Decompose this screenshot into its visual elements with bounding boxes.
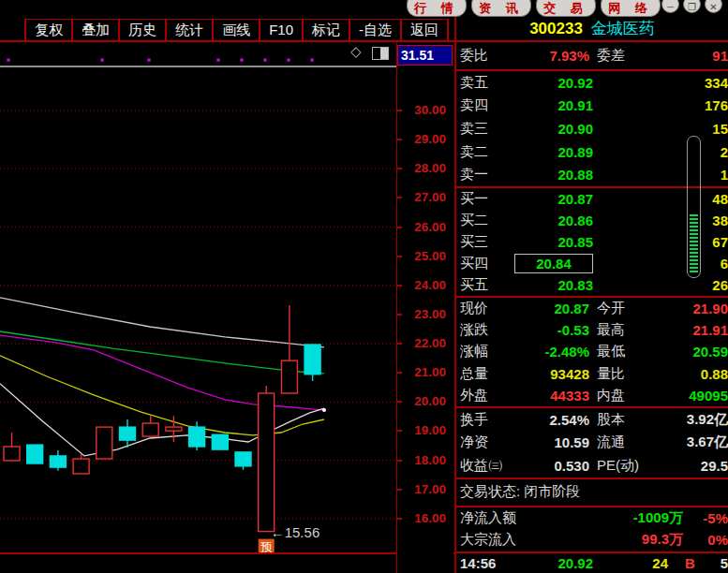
stat-value-1: 93428: [514, 366, 589, 382]
buy-volume: 6: [593, 256, 728, 272]
fundamental-label-1: 收益㈢: [460, 457, 514, 475]
axis-tick: [397, 430, 402, 432]
signal-dot: [263, 59, 266, 62]
axis-tick: [397, 227, 402, 228]
axis-label: 17.00: [397, 481, 446, 498]
stat-label-2: 最低: [597, 343, 657, 360]
candle-body: [166, 427, 182, 431]
maximize-button[interactable]: ❐: [683, 0, 701, 13]
stat-value-2: 49095: [657, 388, 728, 404]
axis-tick: [397, 168, 402, 169]
fundamentals-section: 换手2.54%股本3.92亿净资10.59流通3.67亿收益㈢0.530PE(动…: [456, 408, 728, 478]
axis-label: 30.00: [397, 102, 446, 119]
candle-body: [27, 445, 43, 463]
stock-code: 300233: [529, 20, 583, 38]
axis-tick: [397, 460, 402, 462]
sell-label: 卖四: [460, 96, 514, 114]
flow-row: 净流入额-1009万-5%: [456, 507, 728, 530]
sell-row[interactable]: 卖四20.91176: [456, 95, 728, 118]
fundamental-value-1: 2.54%: [514, 412, 589, 428]
stat-value-2: 21.90: [657, 301, 728, 316]
minimize-button[interactable]: ─: [661, 0, 679, 13]
fundamental-row: 换手2.54%股本3.92亿: [456, 408, 728, 432]
axis-label: 18.00: [397, 452, 446, 469]
signal-dot: [310, 59, 313, 62]
tick-price: 20.92: [520, 555, 593, 571]
signal-dot: [100, 59, 103, 62]
forecast-badge-text: 预: [260, 540, 272, 553]
sell-label: 卖三: [460, 120, 514, 138]
sell-price: 20.88: [514, 167, 593, 183]
titlebar-button-3[interactable]: 网 络: [601, 0, 661, 17]
candle-body: [120, 427, 136, 440]
fundamental-label-2: 股本: [597, 411, 657, 429]
sell-label: 卖五: [460, 74, 514, 92]
axis-tick: [397, 256, 402, 257]
fundamental-value-2: 3.92亿: [657, 411, 728, 429]
axis-tick: [397, 139, 402, 140]
candle-body: [142, 423, 158, 436]
axis-label: 20.00: [397, 393, 446, 410]
stat-row: 现价20.87今开21.90: [456, 298, 728, 319]
buy-label: 买二: [460, 212, 514, 229]
sell-price: 20.91: [514, 97, 593, 113]
sell-row[interactable]: 卖五20.92334: [456, 71, 728, 95]
axis-label: 28.00: [397, 160, 446, 177]
buy-price: 20.87: [514, 191, 593, 207]
axis-tick: [397, 110, 402, 111]
candle-body: [235, 452, 251, 466]
split-view-icon[interactable]: [372, 47, 389, 60]
fundamental-label-2: PE(动): [597, 457, 657, 475]
toolbar-button-返回[interactable]: 返回: [400, 19, 449, 40]
stock-name: 金城医药: [591, 18, 655, 39]
titlebar-button-0[interactable]: 行 情: [407, 0, 467, 17]
fundamental-row: 收益㈢0.530PE(动)29.5: [456, 454, 728, 478]
weicha-value: 91: [657, 48, 728, 64]
fundamental-value-1: 10.59: [514, 434, 589, 450]
signal-dot: [287, 59, 290, 62]
flow-value: -1009万: [561, 509, 683, 527]
ma-line-white-long: [0, 298, 324, 347]
candle-body: [212, 434, 228, 449]
titlebar-button-1[interactable]: 资 讯: [471, 0, 531, 17]
fundamental-label-1: 净资: [460, 433, 514, 451]
sell-label: 卖二: [460, 143, 514, 161]
sell-volume: 2: [593, 144, 728, 160]
sell-volume: 1: [593, 167, 728, 183]
axis-tick: [397, 314, 402, 316]
buy-volume: 67: [593, 234, 728, 250]
quote-panel: 300233 金城医药 委比 7.93% 委差 91 卖五20.92334卖四2…: [454, 17, 728, 573]
buy-label: 买四: [460, 255, 514, 272]
volume-gauge-fill: [690, 214, 698, 274]
buy-price: 20.86: [514, 213, 593, 228]
stat-label-2: 量比: [597, 365, 657, 383]
flow-percent: 0%: [683, 532, 728, 548]
candle-body: [73, 459, 89, 474]
stat-row: 外盘44333内盘49095: [456, 385, 728, 406]
price-axis: 31.51 30.0029.0028.0027.0026.0025.0024.0…: [396, 42, 453, 573]
candle-body: [189, 427, 205, 447]
fundamental-row: 净资10.59流通3.67亿: [456, 432, 728, 455]
stat-label-1: 涨幅: [460, 343, 514, 360]
candlestick-chart[interactable]: ←15.56预: [0, 0, 396, 573]
titlebar-button-2[interactable]: 交 易: [536, 0, 596, 17]
buy-row[interactable]: 买五20.8326: [456, 274, 728, 296]
stats-section: 现价20.87今开21.90涨跌-0.53最高21.91涨幅-2.48%最低20…: [456, 298, 728, 406]
sell-price: 20.89: [514, 144, 593, 160]
axis-label: 21.00: [397, 364, 446, 381]
stat-label-1: 现价: [460, 300, 514, 317]
close-button[interactable]: ✕: [705, 0, 722, 13]
axis-label: 26.00: [397, 219, 446, 236]
diamond-icon[interactable]: ◇: [350, 44, 362, 58]
sell-row[interactable]: 卖三20.9015: [456, 117, 728, 140]
weibi-row: 委比 7.93% 委差 91: [456, 42, 728, 69]
stat-value-2: 20.59: [657, 344, 728, 360]
fundamental-value-2: 29.5: [657, 458, 728, 474]
stat-value-1: -2.48%: [514, 344, 589, 360]
axis-tick: [397, 401, 402, 403]
axis-tick: [397, 285, 402, 286]
candle-body: [259, 393, 275, 532]
buy-label: 买一: [460, 190, 514, 208]
ma-line-magenta: [0, 335, 324, 410]
axis-tick: [397, 372, 402, 374]
